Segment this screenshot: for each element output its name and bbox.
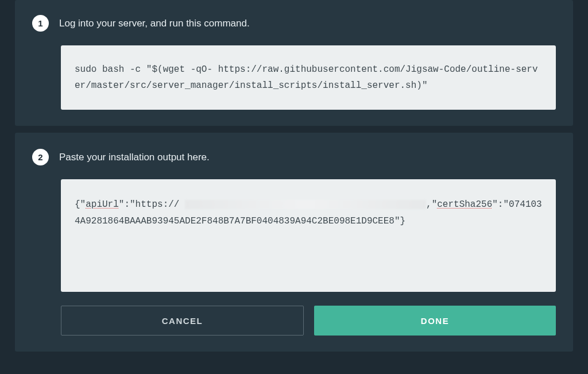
redacted-url-icon	[185, 200, 426, 209]
step-2-panel: 2 Paste your installation output here. {…	[15, 133, 573, 352]
install-command-box[interactable]: sudo bash -c "$(wget -qO- https://raw.gi…	[61, 45, 556, 110]
step-2-header: 2 Paste your installation output here.	[32, 149, 556, 165]
step-1-label: Log into your server, and run this comma…	[59, 18, 250, 29]
step-2-badge: 2	[32, 149, 49, 165]
step-1-badge: 1	[32, 15, 49, 32]
cancel-button[interactable]: CANCEL	[61, 306, 304, 336]
step-1-header: 1 Log into your server, and run this com…	[32, 15, 556, 32]
output-apiurl-mid: ":"https://	[119, 199, 180, 210]
button-row: CANCEL DONE	[61, 306, 556, 336]
output-post-redact: ,"	[426, 199, 437, 210]
step-1-panel: 1 Log into your server, and run this com…	[15, 0, 573, 126]
output-brace: {"	[75, 199, 86, 210]
output-apiurl-key: apiUrl	[86, 199, 119, 210]
installation-output-input[interactable]: {"apiUrl":"https:// ,"certSha256":"07410…	[61, 179, 556, 292]
done-button[interactable]: DONE	[314, 306, 556, 336]
step-2-label: Paste your installation output here.	[59, 152, 210, 163]
output-certsha-key: certSha256	[437, 199, 492, 210]
